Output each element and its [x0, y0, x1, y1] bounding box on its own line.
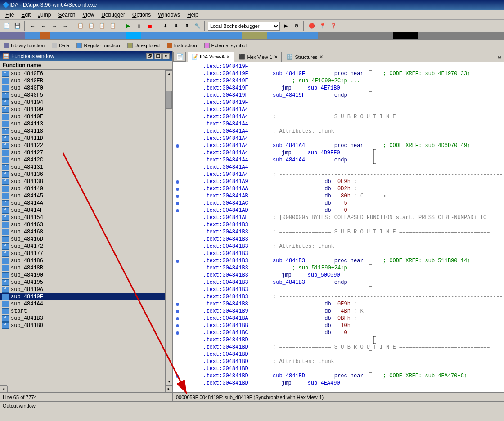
code-address[interactable]: .text:004841A9: [203, 179, 273, 185]
function-list-item[interactable]: fsub_48413B: [0, 178, 165, 185]
code-address[interactable]: .text:0048419F: [203, 92, 273, 99]
code-address[interactable]: .text:004841A4: [203, 150, 273, 156]
function-list-item[interactable]: fsub_484163: [0, 221, 165, 228]
functions-hscrollbar[interactable]: ◄ ►: [0, 385, 172, 392]
code-address[interactable]: .text:004841AC: [203, 200, 273, 206]
toolbar-save[interactable]: 💾: [13, 21, 22, 31]
toolbar-debuggo[interactable]: ▶: [281, 21, 291, 31]
toolbar-bp1[interactable]: 🔴: [307, 21, 317, 31]
function-list-item[interactable]: fsub_48419A: [0, 286, 165, 293]
toolbar-stop[interactable]: ⏹: [145, 21, 155, 31]
functions-max-btn[interactable]: 🗖: [154, 53, 162, 59]
function-list-item[interactable]: fsub_4841B3: [0, 315, 165, 322]
menu-edit[interactable]: Edit: [18, 11, 34, 19]
toolbar-back2[interactable]: ←: [39, 21, 49, 31]
code-address[interactable]: .text:004841AA: [203, 186, 273, 192]
code-address[interactable]: .text:004841BD: [203, 373, 273, 379]
code-address[interactable]: .text:004841B8: [203, 301, 273, 307]
functions-scrollbar[interactable]: ▲ ▼: [165, 70, 172, 385]
toolbar-pause[interactable]: ⏸: [134, 21, 144, 31]
scrollbar-thumb[interactable]: [166, 91, 172, 109]
code-address[interactable]: .text:004841BA: [203, 315, 273, 322]
function-list-item[interactable]: fsub_484136: [0, 171, 165, 178]
function-list-item[interactable]: fsub_484118: [0, 128, 165, 135]
code-address[interactable]: .text:004841BC: [203, 330, 273, 336]
function-list-item[interactable]: fsub_484113: [0, 121, 165, 128]
function-list-item[interactable]: fsub_484145: [0, 193, 165, 200]
toolbar-bp2[interactable]: 📍: [318, 21, 328, 31]
code-address[interactable]: .text:004841B9: [203, 308, 273, 314]
code-address[interactable]: .text:004841AE: [203, 215, 273, 221]
function-list-item[interactable]: fsub_484122: [0, 142, 165, 149]
code-address[interactable]: .text:004841A4: [203, 135, 273, 142]
code-scroll-area[interactable]: .text:0048419F.text:0048419Fsub_48419F p…: [173, 62, 504, 392]
toolbar-debug1[interactable]: ⬇: [160, 21, 170, 31]
code-address[interactable]: .text:004841A4: [203, 171, 273, 178]
code-address[interactable]: .text:004841BD: [203, 337, 273, 343]
menu-search[interactable]: Search: [54, 11, 79, 19]
scrollbar-down-btn[interactable]: ▼: [166, 378, 172, 385]
function-list-item[interactable]: fsub_48418B: [0, 264, 165, 272]
code-address[interactable]: .text:004841B3: [203, 243, 273, 250]
code-address[interactable]: .text:004841BD: [203, 358, 273, 365]
tab-expand-btn[interactable]: ⊡: [495, 53, 504, 62]
functions-restore-btn[interactable]: 🗗: [146, 53, 153, 59]
toolbar-debug3[interactable]: ⬆: [182, 21, 192, 31]
tab-struct-close[interactable]: ✕: [320, 54, 323, 59]
tab-hex-view[interactable]: ⬛ Hex View-1 ✕: [235, 52, 282, 62]
code-address[interactable]: .text:004841BD: [203, 366, 273, 372]
function-list-item[interactable]: fsub_48410E: [0, 113, 165, 121]
code-address[interactable]: .text:004841A4: [203, 164, 273, 170]
code-address[interactable]: .text:0048419F: [203, 63, 273, 70]
toolbar-debug2[interactable]: ⬇: [171, 21, 181, 31]
function-list-item[interactable]: fsub_4840F0: [0, 85, 165, 92]
code-address[interactable]: .text:004841A4: [203, 107, 273, 113]
code-address[interactable]: .text:004841B3: [203, 229, 273, 235]
navigation-map[interactable]: [0, 32, 504, 40]
code-address[interactable]: .text:004841AB: [203, 193, 273, 199]
code-address[interactable]: .text:0048419F: [203, 78, 273, 84]
code-address[interactable]: .text:004841BB: [203, 322, 273, 329]
code-address[interactable]: .text:004841B3: [203, 222, 273, 228]
hscroll-left-btn[interactable]: ◄: [0, 385, 7, 393]
function-list-item[interactable]: fsub_4840EB: [0, 77, 165, 85]
function-list-item[interactable]: fsub_48416D: [0, 236, 165, 243]
functions-close-btn[interactable]: ✕: [162, 53, 170, 59]
function-list-item[interactable]: fsub_484168: [0, 228, 165, 236]
function-list-item[interactable]: fsub_48411D: [0, 135, 165, 142]
toolbar-run[interactable]: ▶: [123, 21, 133, 31]
code-address[interactable]: .text:004841B3: [203, 279, 273, 286]
code-address[interactable]: .text:004841A4: [203, 143, 273, 149]
toolbar-nav4[interactable]: 📋: [108, 21, 118, 31]
functions-list[interactable]: fsub_4840E6fsub_4840EBfsub_4840F0fsub_48…: [0, 70, 165, 385]
code-address[interactable]: .text:004841B3: [203, 287, 273, 293]
function-list-item[interactable]: fsub_4841BD: [0, 322, 165, 329]
hscroll-right-btn[interactable]: ►: [165, 385, 172, 393]
code-address[interactable]: .text:004841BD: [203, 380, 273, 386]
toolbar-forward[interactable]: →: [50, 21, 59, 31]
toolbar-nav2[interactable]: 📋: [86, 21, 96, 31]
toolbar-debug-opt[interactable]: ⚙: [292, 21, 302, 31]
tab-hex-close[interactable]: ✕: [274, 54, 278, 59]
code-address[interactable]: .text:004841B3: [203, 294, 273, 300]
function-list-item[interactable]: fsub_484104: [0, 99, 165, 106]
code-address[interactable]: .text:004841B3: [203, 272, 273, 278]
tab-ida-close[interactable]: ✕: [226, 54, 230, 59]
code-address[interactable]: .text:004841B3: [203, 265, 273, 271]
code-address[interactable]: .text:0048419F: [203, 85, 273, 91]
function-list-item[interactable]: fsub_4841A4: [0, 300, 165, 308]
function-list-item[interactable]: fstart: [0, 308, 165, 315]
toolbar-back[interactable]: ←: [28, 21, 38, 31]
function-list-item[interactable]: fsub_4840F5: [0, 92, 165, 99]
toolbar-new[interactable]: 📄: [2, 21, 12, 31]
toolbar-nav1[interactable]: 📋: [76, 21, 86, 31]
menu-options[interactable]: Options: [129, 11, 154, 19]
function-list-item[interactable]: fsub_484131: [0, 164, 165, 171]
function-list-item[interactable]: fsub_484190: [0, 272, 165, 279]
function-list-item[interactable]: fsub_48419F: [0, 293, 165, 300]
menu-debugger[interactable]: Debugger: [98, 11, 129, 19]
code-address[interactable]: .text:004841BD: [203, 351, 273, 358]
code-address[interactable]: .text:004841B3: [203, 258, 273, 264]
menu-jump[interactable]: Jump: [34, 11, 54, 19]
toolbar-help[interactable]: ❓: [328, 21, 338, 31]
